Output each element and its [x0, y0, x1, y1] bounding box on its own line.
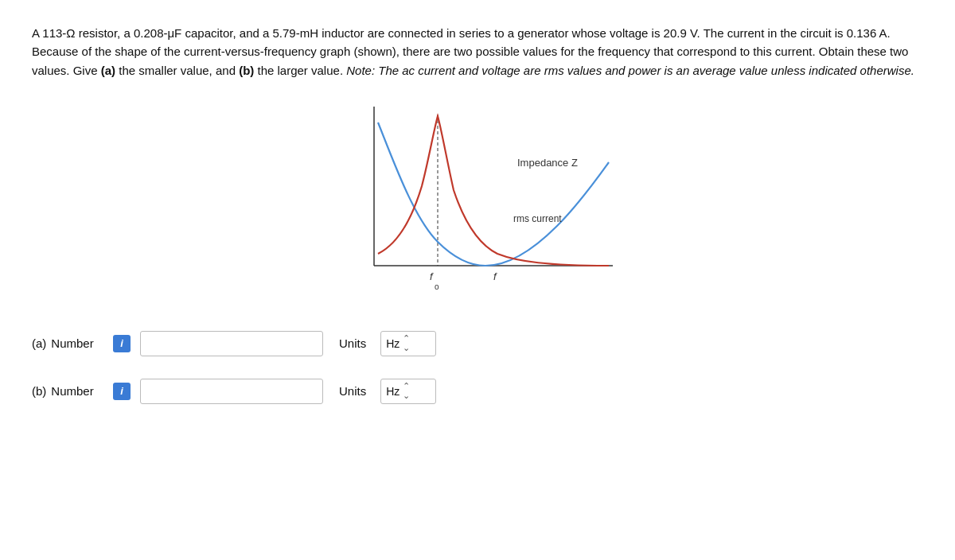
part-b-info-badge[interactable]: i: [113, 383, 131, 400]
part-a-letter: (a): [32, 336, 46, 350]
part-b-label: (b) Number: [32, 384, 103, 398]
part-a-units-label: Units: [339, 336, 366, 350]
graph-area: Impedance Z rms current f o f: [326, 99, 629, 305]
part-a-info-badge[interactable]: i: [113, 335, 131, 352]
part-b-chevron-icon: ⌃ ⌄: [403, 382, 410, 400]
problem-statement: A 113-Ω resistor, a 0.208-μF capacitor, …: [32, 26, 914, 77]
part-a-row: (a) Number i Units Hz ⌃ ⌄: [32, 331, 923, 356]
graph-container: Impedance Z rms current f o f: [32, 99, 923, 305]
part-a-units-select[interactable]: Hz ⌃ ⌄: [380, 331, 436, 356]
impedance-label: Impedance Z: [517, 157, 578, 169]
f-label: f: [493, 270, 497, 282]
part-a-label: (a) Number: [32, 336, 103, 350]
part-b-units-label: Units: [339, 384, 366, 398]
part-b-number-label: Number: [51, 384, 93, 398]
part-b-row: (b) Number i Units Hz ⌃ ⌄: [32, 379, 923, 404]
part-b-letter: (b): [32, 384, 46, 398]
part-b-units-select[interactable]: Hz ⌃ ⌄: [380, 379, 436, 404]
fo-label: f: [430, 270, 434, 282]
fo-subscript: o: [435, 282, 439, 290]
part-a-units-value: Hz: [386, 337, 400, 350]
part-a-chevron-icon: ⌃ ⌄: [403, 334, 410, 352]
part-a-input[interactable]: [140, 331, 323, 356]
part-a-number-label: Number: [51, 336, 93, 350]
rms-current-label: rms current: [513, 213, 562, 224]
graph-svg: Impedance Z rms current f o f: [326, 99, 629, 305]
part-b-units-value: Hz: [386, 385, 400, 398]
problem-text: A 113-Ω resistor, a 0.208-μF capacitor, …: [32, 24, 923, 80]
part-b-input[interactable]: [140, 379, 323, 404]
